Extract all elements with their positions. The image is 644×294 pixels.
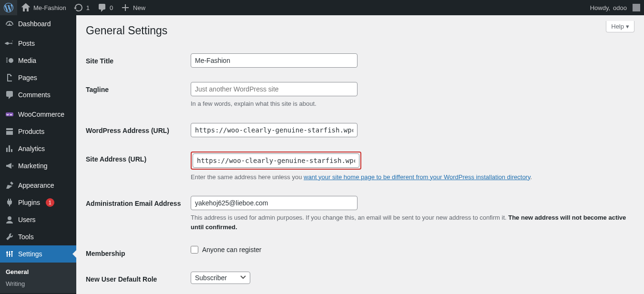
input-tagline[interactable] bbox=[191, 82, 358, 96]
submenu-writing[interactable]: Writing bbox=[0, 278, 76, 290]
content-area: Help ▾ General Settings Site Title Tagli… bbox=[76, 15, 644, 294]
label-tagline: Tagline bbox=[86, 77, 191, 93]
settings-icon bbox=[5, 249, 14, 259]
sidebar-item-tools[interactable]: Tools bbox=[0, 228, 76, 245]
row-site-title: Site Title bbox=[86, 49, 634, 68]
woo-icon bbox=[5, 110, 14, 119]
comments-count: 0 bbox=[110, 4, 113, 11]
label-admin-email: Administration Email Address bbox=[86, 191, 191, 207]
checkbox-membership[interactable] bbox=[191, 246, 198, 253]
new-link[interactable]: New bbox=[117, 0, 149, 15]
plugin-update-badge: 1 bbox=[46, 198, 54, 207]
site-name-link[interactable]: Me-Fashion bbox=[17, 0, 70, 15]
admin-bar-left: Me-Fashion 1 0 New bbox=[0, 0, 149, 15]
users-icon bbox=[5, 215, 14, 224]
sidebar-item-media[interactable]: Media bbox=[0, 52, 76, 69]
sb-label: Appearance bbox=[18, 182, 54, 189]
sidebar-item-dashboard[interactable]: Dashboard bbox=[0, 15, 76, 32]
highlight-site-url bbox=[191, 152, 361, 170]
svg-point-2 bbox=[8, 216, 11, 220]
input-wp-url[interactable] bbox=[191, 123, 358, 137]
updates-count: 1 bbox=[86, 4, 90, 11]
admin-bar-right: Howdy, odoo bbox=[586, 0, 644, 15]
sb-label: Settings bbox=[18, 250, 42, 258]
input-site-title[interactable] bbox=[191, 53, 358, 68]
my-account[interactable]: Howdy, odoo bbox=[586, 0, 644, 15]
settings-form: Site Title Tagline In a few words, expla… bbox=[86, 49, 634, 284]
row-admin-email: Administration Email Address This addres… bbox=[86, 191, 634, 232]
sidebar-item-marketing[interactable]: Marketing bbox=[0, 157, 76, 174]
sidebar-item-analytics[interactable]: Analytics bbox=[0, 140, 76, 157]
input-admin-email[interactable] bbox=[191, 196, 358, 210]
input-site-url[interactable] bbox=[193, 153, 359, 168]
row-tagline: Tagline In a few words, explain what thi… bbox=[86, 77, 634, 109]
desc-tagline: In a few words, explain what this site i… bbox=[191, 99, 634, 109]
marketing-icon bbox=[5, 161, 14, 171]
wp-logo[interactable] bbox=[0, 0, 17, 15]
label-wp-url: WordPress Address (URL) bbox=[86, 118, 191, 134]
dashboard-icon bbox=[5, 19, 14, 29]
comments-link[interactable]: 0 bbox=[93, 0, 117, 15]
updates-link[interactable]: 1 bbox=[70, 0, 93, 15]
checkbox-membership-label[interactable]: Anyone can register bbox=[191, 246, 634, 253]
sidebar-item-woocommerce[interactable]: WooCommerce bbox=[0, 106, 76, 123]
label-membership: Membership bbox=[86, 241, 191, 257]
appearance-icon bbox=[5, 181, 14, 190]
wordpress-icon bbox=[4, 3, 13, 12]
sb-label: Pages bbox=[18, 74, 37, 81]
row-site-url: Site Address (URL) Enter the same addres… bbox=[86, 147, 634, 182]
sb-label: Analytics bbox=[18, 145, 45, 152]
howdy-prefix: Howdy, bbox=[590, 4, 610, 11]
admin-sidebar: Dashboard Posts Media Pages Comments Woo… bbox=[0, 15, 76, 294]
row-wp-url: WordPress Address (URL) bbox=[86, 118, 634, 137]
username: odoo bbox=[613, 4, 627, 11]
analytics-icon bbox=[5, 144, 14, 153]
settings-submenu: General Writing bbox=[0, 263, 76, 293]
link-site-url-help[interactable]: want your site home page to be different… bbox=[304, 173, 530, 181]
label-site-title: Site Title bbox=[86, 49, 191, 65]
site-name-text: Me-Fashion bbox=[33, 4, 66, 11]
new-label: New bbox=[133, 4, 145, 11]
plugin-icon bbox=[5, 198, 14, 207]
sb-label: Marketing bbox=[18, 162, 47, 170]
sb-label: Plugins bbox=[18, 199, 40, 206]
desc-admin-email: This address is used for admin purposes.… bbox=[191, 213, 634, 232]
update-icon bbox=[74, 3, 83, 12]
sb-label: Products bbox=[18, 128, 44, 135]
sb-label: Comments bbox=[18, 91, 51, 99]
products-icon bbox=[5, 127, 14, 136]
help-tab[interactable]: Help ▾ bbox=[606, 21, 634, 32]
row-membership: Membership Anyone can register bbox=[86, 241, 634, 257]
sidebar-item-users[interactable]: Users bbox=[0, 211, 76, 228]
sidebar-item-posts[interactable]: Posts bbox=[0, 35, 76, 52]
help-label: Help bbox=[611, 23, 624, 30]
sb-label: Dashboard bbox=[18, 20, 51, 28]
sidebar-item-settings[interactable]: Settings bbox=[0, 245, 76, 263]
comments-icon bbox=[5, 90, 14, 100]
pages-icon bbox=[5, 73, 14, 82]
submenu-general[interactable]: General bbox=[0, 266, 76, 278]
sidebar-item-appearance[interactable]: Appearance bbox=[0, 177, 76, 194]
label-default-role: New User Default Role bbox=[86, 267, 191, 283]
sb-label: Users bbox=[18, 216, 36, 223]
media-icon bbox=[5, 56, 14, 65]
settings-wrap: General Settings Site Title Tagline In a… bbox=[76, 15, 644, 294]
select-default-role[interactable]: SubscriberContributorAuthorEditorAdminis… bbox=[191, 272, 250, 284]
sb-label: Posts bbox=[18, 40, 35, 47]
sidebar-item-products[interactable]: Products bbox=[0, 123, 76, 140]
sb-label: Media bbox=[18, 57, 36, 64]
sb-label: Tools bbox=[18, 233, 34, 241]
sidebar-item-pages[interactable]: Pages bbox=[0, 69, 76, 86]
sidebar-item-plugins[interactable]: Plugins 1 bbox=[0, 194, 76, 211]
admin-bar: Me-Fashion 1 0 New Howdy, odoo bbox=[0, 0, 644, 15]
sb-label: WooCommerce bbox=[18, 111, 64, 118]
label-site-url: Site Address (URL) bbox=[86, 147, 191, 163]
comment-icon bbox=[97, 3, 107, 12]
avatar bbox=[633, 4, 640, 11]
pin-icon bbox=[5, 39, 14, 48]
sidebar-item-comments[interactable]: Comments bbox=[0, 86, 76, 103]
checkbox-text: Anyone can register bbox=[202, 246, 262, 253]
page-title: General Settings bbox=[86, 20, 634, 39]
desc-site-url: Enter the same address here unless you w… bbox=[191, 172, 634, 182]
row-default-role: New User Default Role SubscriberContribu… bbox=[86, 267, 634, 284]
